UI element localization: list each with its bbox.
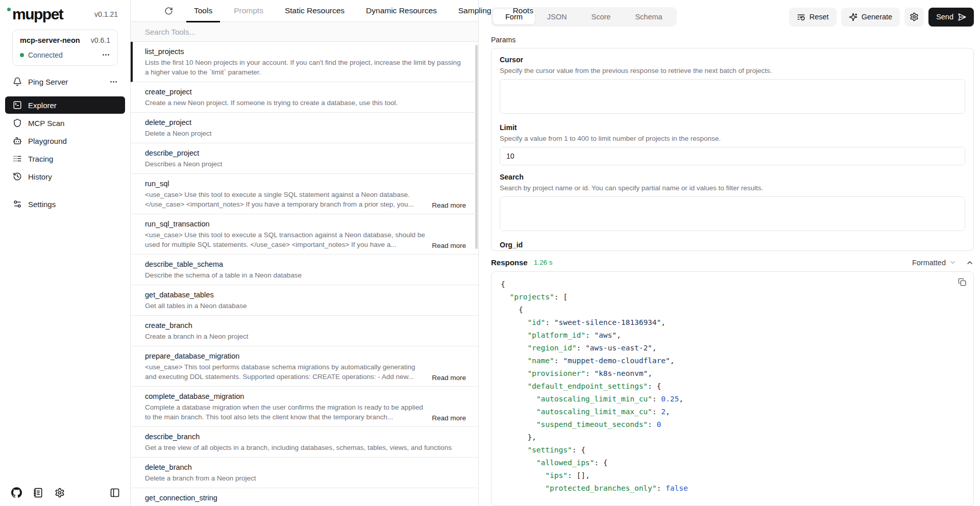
tool-name: complete_database_migration (145, 391, 466, 401)
resource-tab[interactable]: Static Resources (284, 0, 345, 22)
send-label: Send (936, 13, 953, 21)
resource-tab-label: Static Resources (285, 6, 345, 15)
resource-tab-label: Prompts (234, 6, 263, 15)
sidebar-item-explorer[interactable]: Explorer (5, 96, 125, 114)
tools-search (131, 22, 478, 42)
reset-button[interactable]: Reset (789, 8, 837, 27)
tool-list-item[interactable]: get_connection_string Get a PostgreSQL c… (131, 488, 478, 506)
tool-name: get_database_tables (145, 290, 466, 300)
param-field: Org_id Search for projects by org_id. (500, 241, 965, 251)
format-select[interactable]: Formatted (912, 259, 966, 267)
search-tools-input[interactable] (131, 22, 478, 41)
view-mode-tab-label: Score (592, 13, 611, 21)
resource-tab[interactable]: Prompts (233, 0, 264, 22)
sidebar-item-playground[interactable]: Playground (5, 132, 125, 149)
gear-icon (910, 12, 919, 21)
github-button[interactable] (11, 487, 22, 498)
tool-name: get_connection_string (145, 493, 466, 503)
read-more-link[interactable]: Read more (427, 242, 466, 249)
list-restart-icon (797, 13, 805, 21)
param-textarea[interactable] (500, 79, 965, 114)
tool-name: describe_project (145, 148, 466, 158)
logs-icon (13, 154, 22, 163)
tool-list-item[interactable]: complete_database_migration Complete a d… (131, 387, 478, 427)
json-line: "name": "muppet-demo-cloudflare", (501, 355, 964, 367)
send-button[interactable]: Send (928, 8, 974, 27)
sidebar-item-label: Settings (28, 200, 56, 209)
sidebar-item-history[interactable]: History (5, 168, 125, 185)
tool-list-item[interactable]: run_sql <use_case> Use this tool to exec… (131, 174, 478, 214)
tool-description: <use_case> Use this tool to execute a SQ… (145, 230, 427, 249)
param-description: Specify a value from 1 to 400 to limit n… (500, 134, 965, 143)
view-mode-tab-label: JSON (547, 13, 567, 21)
docs-button[interactable] (33, 488, 43, 498)
terminal-icon (13, 100, 22, 110)
tool-description: Delete a Neon project (145, 129, 212, 138)
tool-description: Create a new Neon project. If someone is… (145, 98, 398, 108)
server-name: mcp-server-neon (20, 36, 80, 44)
read-more-link[interactable]: Read more (427, 201, 466, 209)
tool-list-item[interactable]: create_branch Create a branch in a Neon … (131, 316, 478, 346)
server-card: mcp-server-neon v0.6.1 Connected (12, 30, 118, 66)
param-input[interactable] (500, 147, 965, 165)
tool-name: delete_branch (145, 462, 466, 472)
json-line: "default_endpoint_settings": { (501, 380, 964, 393)
tool-name: list_projects (145, 46, 466, 57)
response-header: Response 1.26 s Formatted (491, 258, 974, 267)
generate-button[interactable]: Generate (841, 8, 900, 27)
sidebar-item-settings[interactable]: Settings (5, 195, 125, 213)
response-viewer: { "projects": [ { "id": "sweet-silence-1… (491, 271, 974, 506)
resource-tab[interactable]: Roots (512, 0, 534, 22)
json-line: "platform_id": "aws", (501, 329, 964, 342)
sidebar-item-tracing[interactable]: Tracing (5, 150, 125, 167)
tool-description: Describe the schema of a table in a Neon… (145, 270, 302, 280)
param-label: Search (500, 173, 965, 182)
view-mode-tab[interactable]: Schema (623, 9, 674, 24)
resource-tab-label: Sampling (458, 6, 492, 15)
param-textarea[interactable] (500, 196, 965, 231)
resource-tabs: Tools Prompts Static Resources Dynamic R… (131, 0, 478, 22)
tool-list-item[interactable]: describe_branch Get a tree view of all o… (131, 427, 478, 458)
sidebar-item-ping-server[interactable]: Ping Server (13, 77, 118, 86)
param-field: Cursor Specify the cursor value from the… (500, 56, 965, 116)
request-settings-button[interactable] (904, 8, 924, 27)
server-menu-button[interactable] (102, 50, 110, 59)
resource-tab[interactable]: Tools (193, 0, 213, 22)
param-label: Cursor (500, 56, 965, 64)
tool-list-item[interactable]: delete_project Delete a Neon project (131, 113, 478, 143)
tool-list-item[interactable]: describe_project Describes a Neon projec… (131, 143, 478, 174)
resource-tab-label: Tools (194, 6, 212, 15)
resource-tab[interactable]: Sampling (458, 0, 492, 22)
sidebar: muppet v0.1.21 mcp-server-neon v0.6.1 Co… (0, 0, 131, 506)
params-form: Cursor Specify the cursor value from the… (491, 48, 974, 251)
response-json: { "projects": [ { "id": "sweet-silence-1… (501, 278, 964, 495)
json-line: "ips": [], (501, 469, 964, 482)
tool-description: Create a branch in a Neon project (145, 332, 249, 341)
collapse-response-button[interactable] (966, 259, 974, 267)
collapse-sidebar-button[interactable] (110, 488, 120, 498)
sidebar-item-mcp-scan[interactable]: MCP Scan (5, 114, 125, 132)
copy-response-button[interactable] (958, 278, 966, 286)
sliders-icon (13, 199, 22, 209)
logo-row: muppet v0.1.21 (0, 0, 130, 22)
resource-tab[interactable]: Dynamic Resources (365, 0, 437, 22)
tool-list-item[interactable]: list_projects Lists the first 10 Neon pr… (131, 42, 478, 82)
tool-list-item[interactable]: delete_branch Delete a branch from a Neo… (131, 458, 478, 488)
json-line: "settings": { (501, 444, 964, 457)
json-line: "projects": [ (501, 291, 964, 303)
tool-list-item[interactable]: run_sql_transaction <use_case> Use this … (131, 214, 478, 255)
read-more-link[interactable]: Read more (427, 414, 466, 422)
param-field: Limit Specify a value from 1 to 400 to l… (500, 123, 965, 165)
tool-list-item[interactable]: prepare_database_migration <use_case> Th… (131, 346, 478, 387)
read-more-link[interactable]: Read more (427, 374, 466, 382)
tool-list-item[interactable]: create_project Create a new Neon project… (131, 82, 478, 113)
params-title: Params (491, 36, 974, 44)
ping-server-menu-button[interactable] (109, 78, 118, 86)
refresh-tools-button[interactable] (164, 7, 173, 15)
tool-list-item[interactable]: describe_table_schema Describe the schem… (131, 255, 478, 285)
settings-button[interactable] (55, 488, 65, 498)
view-mode-tab[interactable]: JSON (535, 9, 579, 24)
view-mode-tab[interactable]: Score (579, 9, 623, 24)
tool-list-item[interactable]: get_database_tables Get all tables in a … (131, 285, 478, 316)
tool-name: describe_branch (145, 432, 466, 442)
